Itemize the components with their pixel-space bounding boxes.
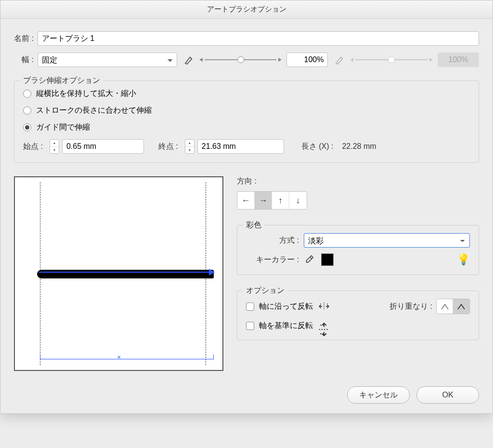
radio-icon bbox=[23, 90, 31, 98]
art-brush-options-dialog: アートブラシオプション 名前 : 幅 : 固定 bbox=[0, 0, 493, 414]
options-title: オプション bbox=[243, 286, 287, 296]
direction-left-button[interactable]: ← bbox=[237, 192, 255, 209]
direction-down-button[interactable]: ↓ bbox=[289, 192, 307, 209]
length-bracket bbox=[40, 355, 214, 359]
flip-along-checkbox[interactable] bbox=[246, 303, 254, 311]
dialog-title: アートブラシオプション bbox=[0, 0, 493, 19]
width-value-1[interactable] bbox=[286, 53, 328, 67]
direction-label: 方向 : bbox=[237, 177, 257, 185]
colorization-group: 彩色 方式 : 淡彩 キーカラー : 💡 bbox=[237, 225, 479, 275]
flip-along-label: 軸に沿って反転 bbox=[259, 302, 313, 312]
stretch-group: ブラシ伸縮オプション 縦横比を保持して拡大・縮小 ストロークの長さに合わせて伸縮… bbox=[14, 80, 479, 163]
end-label: 終点 : bbox=[158, 142, 178, 152]
start-label: 始点 : bbox=[23, 142, 43, 152]
direction-buttons: ← → ↑ ↓ bbox=[237, 191, 307, 210]
width-mode-select[interactable]: 固定 bbox=[38, 53, 177, 67]
width-value-2-disabled: 100% bbox=[438, 53, 479, 67]
options-group: オプション 軸に沿って反転 折り重なり : bbox=[237, 290, 479, 340]
pen-fixed-icon bbox=[184, 54, 195, 65]
direction-right-button[interactable]: → bbox=[255, 192, 272, 209]
stretch-group-title: ブラシ伸縮オプション bbox=[20, 76, 103, 86]
direction-up-button[interactable]: ↑ bbox=[272, 192, 289, 209]
ok-label: OK bbox=[442, 391, 453, 399]
direction-arrowhead-icon bbox=[209, 269, 215, 276]
flip-horizontal-icon bbox=[318, 302, 330, 311]
stretch-opt3-label: ガイド間で伸縮 bbox=[36, 122, 90, 132]
radio-checked-icon bbox=[23, 123, 31, 132]
brush-preview: ✕ bbox=[14, 176, 223, 371]
radio-icon bbox=[23, 106, 31, 115]
length-label: 長さ (X) : bbox=[301, 142, 334, 152]
direction-arrow-line bbox=[39, 272, 212, 273]
overlap-label: 折り重なり : bbox=[389, 302, 432, 312]
cancel-label: キャンセル bbox=[359, 390, 398, 400]
pen-variable-icon bbox=[335, 54, 345, 65]
name-label: 名前 : bbox=[14, 34, 34, 44]
keycolor-label: キーカラー : bbox=[246, 255, 299, 265]
stretch-opt2-row[interactable]: ストロークの長さに合わせて伸縮 bbox=[23, 105, 470, 116]
name-field[interactable] bbox=[38, 31, 479, 46]
start-field[interactable] bbox=[62, 139, 144, 154]
cancel-button[interactable]: キャンセル bbox=[347, 386, 410, 404]
width-slider-2 bbox=[350, 58, 433, 62]
ok-button[interactable]: OK bbox=[416, 386, 479, 404]
width-label: 幅 : bbox=[22, 55, 34, 65]
stretch-opt3-row[interactable]: ガイド間で伸縮 bbox=[23, 122, 470, 132]
overlap-off-button[interactable] bbox=[437, 299, 453, 314]
method-label: 方式 : bbox=[246, 236, 299, 246]
dialog-title-text: アートブラシオプション bbox=[207, 5, 286, 14]
flip-across-label: 軸を基準に反転 bbox=[259, 321, 313, 331]
end-field[interactable] bbox=[197, 139, 284, 154]
method-select[interactable]: 淡彩 bbox=[304, 233, 470, 248]
flip-across-checkbox[interactable] bbox=[246, 322, 254, 330]
overlap-on-button[interactable] bbox=[453, 299, 469, 314]
eyedropper-icon[interactable] bbox=[304, 254, 314, 265]
keycolor-swatch[interactable] bbox=[321, 253, 334, 266]
flip-vertical-icon bbox=[318, 321, 330, 331]
colorization-title: 彩色 bbox=[243, 220, 264, 230]
start-stepper[interactable]: ▲▼ bbox=[50, 139, 59, 154]
length-x-icon: ✕ bbox=[117, 355, 121, 360]
tips-lightbulb-icon[interactable]: 💡 bbox=[457, 253, 470, 266]
brush-stroke-preview bbox=[37, 270, 214, 278]
overlap-buttons bbox=[436, 299, 470, 314]
stretch-opt1-row[interactable]: 縦横比を保持して拡大・縮小 bbox=[23, 89, 470, 99]
width-slider-1[interactable] bbox=[199, 58, 282, 62]
stretch-opt2-label: ストロークの長さに合わせて伸縮 bbox=[36, 105, 152, 116]
end-stepper[interactable]: ▲▼ bbox=[185, 139, 195, 154]
length-value: 22.28 mm bbox=[342, 142, 376, 151]
stretch-opt1-label: 縦横比を保持して拡大・縮小 bbox=[36, 89, 136, 99]
